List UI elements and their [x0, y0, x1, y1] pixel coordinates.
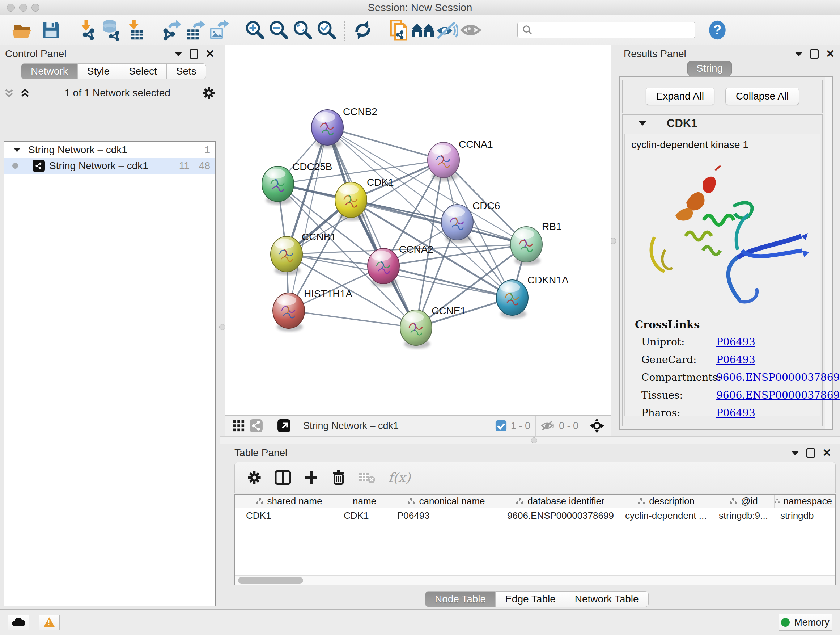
export-network-icon[interactable]	[159, 18, 183, 42]
network-node-CDK1[interactable]: CDK1	[335, 177, 394, 221]
gene-collapse-icon[interactable]	[638, 121, 646, 126]
table-cell[interactable]: stringdb	[775, 510, 832, 521]
table-cell[interactable]: stringdb:9...	[713, 510, 775, 521]
float-panel-icon[interactable]	[189, 49, 198, 59]
left-splitter-handle[interactable]	[219, 324, 225, 330]
cloud-icon	[12, 618, 25, 627]
export-table-icon[interactable]	[183, 18, 207, 42]
selected-nodes-checkbox-icon[interactable]	[495, 420, 507, 432]
column-header-name[interactable]: name	[338, 494, 392, 508]
network-edge[interactable]	[351, 200, 526, 244]
import-table-from-file-icon[interactable]	[123, 18, 147, 42]
close-results-icon[interactable]: ✕	[826, 49, 835, 59]
network-row[interactable]: String Network – cdk1 11 48	[4, 158, 215, 174]
crosslink-link[interactable]: 9606.ENSP00000378699	[716, 371, 840, 383]
collapse-all-icon[interactable]	[4, 87, 17, 99]
refresh-view-icon[interactable]	[351, 18, 375, 42]
horizontal-splitter-handle[interactable]	[531, 437, 537, 443]
crosslink-link[interactable]: P06493	[716, 336, 755, 348]
tab-style[interactable]: Style	[78, 63, 119, 79]
network-collection-row[interactable]: String Network – cdk1 1	[4, 142, 215, 158]
network-node-CCNB2[interactable]: CCNB2	[311, 106, 377, 149]
pan-crosshair-icon[interactable]	[589, 418, 605, 434]
tab-select[interactable]: Select	[119, 63, 167, 79]
network-node-CCNA1[interactable]: CCNA1	[428, 139, 493, 181]
memory-button[interactable]: Memory	[778, 614, 832, 631]
tab-sets[interactable]: Sets	[167, 63, 206, 79]
collapse-all-button[interactable]: Collapse All	[725, 88, 799, 105]
float-results-icon[interactable]	[810, 49, 819, 59]
network-list-view-icon[interactable]	[248, 417, 265, 434]
network-node-CDKN1A[interactable]: CDKN1A	[496, 274, 569, 318]
zoom-in-icon[interactable]	[243, 18, 267, 42]
tab-network[interactable]: Network	[21, 63, 78, 79]
scrollbar-thumb[interactable]	[238, 577, 303, 584]
save-session-icon[interactable]	[39, 18, 63, 42]
network-icon	[33, 160, 45, 172]
string-network-graph[interactable]: CCNB2CCNA1CDC25BCDK1CDC6RB1CCNB1CCNA2CDK…	[225, 45, 611, 415]
network-edge[interactable]	[289, 127, 327, 310]
zoom-fit-content-icon[interactable]	[291, 18, 315, 42]
tab-string[interactable]: String	[687, 61, 732, 76]
grid-view-icon[interactable]	[230, 417, 248, 434]
column-header-description[interactable]: description	[619, 494, 713, 508]
clone-network-icon[interactable]	[387, 18, 411, 42]
results-menu-icon[interactable]	[795, 52, 803, 57]
warnings-button[interactable]	[39, 615, 60, 630]
expand-all-button[interactable]: Expand All	[646, 88, 714, 105]
column-header-database-identifier[interactable]: database identifier	[501, 494, 619, 508]
table-menu-icon[interactable]	[791, 451, 799, 455]
collection-expand-icon[interactable]	[14, 148, 21, 152]
expand-all-icon[interactable]	[19, 87, 33, 99]
search-box[interactable]	[517, 22, 695, 38]
create-column-icon[interactable]	[303, 470, 319, 485]
table-cell[interactable]: CDK1	[338, 510, 392, 521]
column-header-canonical-name[interactable]: canonical name	[392, 494, 501, 508]
table-row[interactable]: CDK1CDK1P064939606.ENSP00000378699cyclin…	[235, 508, 835, 523]
export-image-icon[interactable]	[207, 18, 231, 42]
column-header-namespace[interactable]: namespace	[775, 494, 832, 508]
network-node-CCNE1[interactable]: CCNE1	[400, 305, 466, 348]
close-panel-icon[interactable]: ✕	[205, 49, 215, 59]
tab-network-table[interactable]: Network Table	[565, 591, 649, 607]
open-session-icon[interactable]	[10, 18, 34, 42]
gene-header[interactable]: CDK1	[622, 115, 822, 132]
network-canvas[interactable]: CCNB2CCNA1CDC25BCDK1CDC6RB1CCNB1CCNA2CDK…	[225, 45, 611, 415]
first-neighbors-icon[interactable]	[411, 18, 435, 42]
table-options-gear-icon[interactable]	[246, 470, 262, 486]
network-node-CDC6[interactable]: CDC6	[441, 200, 500, 243]
search-input[interactable]	[533, 24, 685, 36]
detach-view-icon[interactable]	[275, 417, 293, 434]
right-splitter-handle[interactable]	[610, 238, 616, 244]
crosslink-link[interactable]: 9606.ENSP00000378699	[716, 389, 840, 401]
panel-menu-icon[interactable]	[174, 52, 182, 57]
table-cell[interactable]: P06493	[392, 510, 501, 521]
show-columns-icon[interactable]	[275, 470, 291, 485]
import-network-from-database-icon[interactable]	[99, 18, 123, 42]
column-header--id[interactable]: @id	[713, 494, 775, 508]
table-horizontal-scrollbar[interactable]	[235, 575, 835, 585]
show-hide-graphics-details-icon[interactable]	[435, 18, 459, 42]
import-network-from-file-icon[interactable]	[75, 18, 99, 42]
network-node-RB1[interactable]: RB1	[510, 221, 561, 265]
table-cell[interactable]: cyclin-dependent ...	[619, 510, 713, 521]
table-cell[interactable]: CDK1	[240, 510, 338, 521]
crosslink-link[interactable]: P06493	[716, 407, 755, 419]
network-options-gear-icon[interactable]	[202, 86, 216, 100]
column-header-shared-name[interactable]: shared name	[240, 494, 338, 508]
right-splitter[interactable]	[611, 45, 616, 436]
float-table-icon[interactable]	[806, 448, 815, 458]
zoom-out-icon[interactable]	[267, 18, 291, 42]
network-edge[interactable]	[289, 310, 416, 328]
crosslink-link[interactable]: P06493	[716, 354, 755, 366]
cloud-button[interactable]	[8, 615, 29, 630]
close-table-icon[interactable]: ✕	[822, 448, 831, 458]
help-icon[interactable]: ?	[706, 18, 729, 42]
delete-column-icon[interactable]	[331, 470, 346, 486]
network-node-HIST1H1A[interactable]: HIST1H1A	[273, 288, 352, 332]
horizontal-splitter[interactable]	[220, 436, 840, 444]
tab-node-table[interactable]: Node Table	[425, 591, 496, 607]
table-cell[interactable]: 9606.ENSP00000378699	[501, 510, 619, 521]
tab-edge-table[interactable]: Edge Table	[496, 591, 565, 607]
zoom-selected-icon[interactable]	[315, 18, 339, 42]
